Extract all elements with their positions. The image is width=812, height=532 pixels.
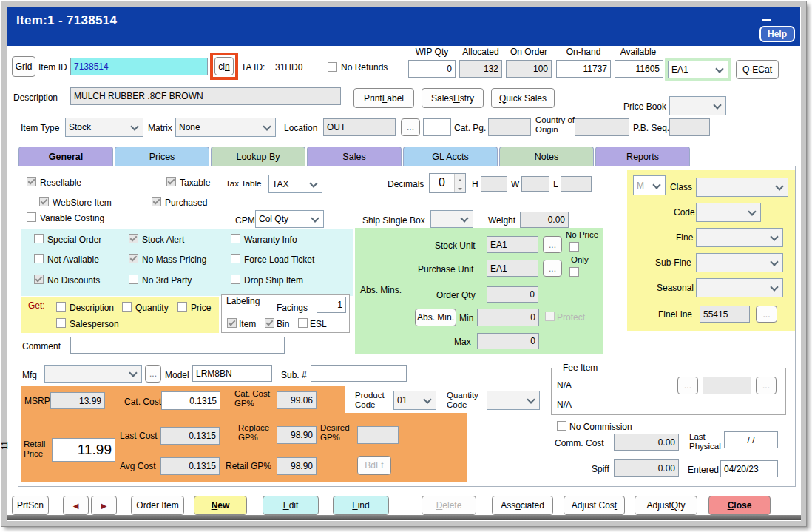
get-salesperson-checkbox[interactable]: [56, 318, 66, 328]
label-bin-checkbox[interactable]: [265, 318, 274, 328]
quick-sales-button[interactable]: Quick Sales: [491, 88, 555, 108]
label-item-checkbox[interactable]: [227, 318, 237, 328]
quantity-code-select[interactable]: [487, 391, 540, 410]
tab-reports[interactable]: Reports: [595, 147, 690, 166]
location-browse-button[interactable]: ...: [401, 118, 420, 136]
mfg-select[interactable]: [44, 365, 142, 383]
get-price-checkbox[interactable]: [177, 302, 187, 312]
cln-button[interactable]: cln: [214, 57, 234, 75]
sales-history-button[interactable]: Sales Hstry: [422, 88, 484, 108]
fineline-browse-button[interactable]: ...: [756, 306, 777, 323]
only-checkbox[interactable]: [569, 267, 579, 277]
item-id-input[interactable]: 7138514: [70, 58, 208, 75]
no-discounts-checkbox[interactable]: [34, 275, 44, 284]
tab-gl-accts[interactable]: GL Accts: [403, 147, 498, 166]
width-field[interactable]: [521, 176, 549, 192]
resellable-checkbox[interactable]: [27, 177, 36, 186]
model-field[interactable]: LRM8BN: [192, 365, 272, 382]
fineline-field[interactable]: 55415: [700, 306, 750, 323]
protect-checkbox[interactable]: [545, 312, 555, 321]
previous-item-button[interactable]: ◀: [63, 496, 89, 515]
mfg-browse-button[interactable]: ...: [145, 365, 161, 383]
matrix-select[interactable]: None: [175, 118, 276, 137]
webstore-item-checkbox[interactable]: [39, 197, 49, 206]
pb-seq-field[interactable]: [669, 118, 710, 136]
code-select[interactable]: [696, 203, 761, 222]
available-field[interactable]: 11605: [615, 60, 663, 78]
product-code-select[interactable]: 01: [393, 391, 436, 410]
sub-fine-select[interactable]: [696, 253, 783, 272]
tab-sales[interactable]: Sales: [307, 147, 402, 166]
print-label-button[interactable]: Print Label: [353, 88, 414, 108]
special-order-checkbox[interactable]: [34, 234, 44, 243]
measure-select[interactable]: M: [633, 175, 666, 195]
entered-field[interactable]: 04/20/23: [720, 460, 778, 477]
abs-min-button[interactable]: Abs. Min.: [415, 309, 456, 326]
height-field[interactable]: [481, 176, 507, 192]
stock-unit-browse-button[interactable]: ...: [543, 236, 562, 253]
wip-qty-field[interactable]: 0: [408, 60, 456, 78]
not-available-checkbox[interactable]: [34, 254, 44, 263]
facings-field[interactable]: 1: [317, 297, 346, 313]
get-description-checkbox[interactable]: [56, 302, 66, 312]
fee-item-browse-button-1[interactable]: ...: [677, 377, 698, 394]
adjust-qty-button[interactable]: Adjust Qty: [635, 496, 697, 515]
cpm-select[interactable]: Col Qty: [255, 210, 324, 228]
desired-gp-field[interactable]: [357, 426, 399, 444]
description-field[interactable]: MULCH RUBBER .8CF BROWN: [70, 87, 341, 105]
price-book-select[interactable]: [669, 96, 726, 115]
length-field[interactable]: [561, 176, 592, 192]
new-button[interactable]: New: [194, 496, 247, 515]
class-select[interactable]: [696, 178, 788, 197]
order-qty-field[interactable]: 0: [487, 286, 538, 303]
comm-cost-field[interactable]: 0.00: [614, 434, 679, 451]
minimize-button[interactable]: [762, 19, 771, 21]
taxable-checkbox[interactable]: [166, 177, 176, 186]
country-of-origin-field[interactable]: [575, 118, 629, 136]
fee-item-browse-button-2[interactable]: ...: [756, 377, 777, 394]
tab-prices[interactable]: Prices: [115, 147, 209, 166]
tax-table-select[interactable]: TAX: [268, 175, 322, 193]
decimals-spinner[interactable]: 0: [429, 173, 466, 193]
last-physical-field[interactable]: / /: [724, 431, 778, 448]
get-quantity-checkbox[interactable]: [122, 302, 132, 312]
sub-number-field[interactable]: [311, 365, 407, 382]
no-mass-pricing-checkbox[interactable]: [129, 254, 138, 263]
adjust-cost-button[interactable]: Adjust Cost: [564, 496, 625, 515]
cat-pg-field[interactable]: [488, 118, 531, 136]
bdft-button[interactable]: BdFt: [357, 456, 391, 475]
q-ecat-button[interactable]: Q-ECat: [736, 60, 779, 79]
delete-button[interactable]: Delete: [422, 496, 476, 515]
associated-button[interactable]: Associated: [492, 496, 553, 515]
cat-cost-field[interactable]: 0.1315: [161, 391, 220, 410]
purchase-unit-field[interactable]: EA1: [487, 260, 538, 277]
retail-price-field[interactable]: 11.99: [52, 438, 115, 462]
no-commission-checkbox[interactable]: [557, 421, 566, 431]
prtscn-button[interactable]: PrtScn: [12, 496, 49, 515]
comment-field[interactable]: [70, 337, 285, 354]
edit-button[interactable]: Edit: [263, 496, 319, 515]
warranty-info-checkbox[interactable]: [231, 234, 240, 243]
grid-button[interactable]: Grid: [12, 56, 35, 77]
purchased-checkbox[interactable]: [152, 197, 161, 206]
no-price-checkbox[interactable]: [569, 242, 579, 252]
max-field[interactable]: 0: [477, 333, 539, 349]
tab-lookup-by[interactable]: Lookup By: [211, 147, 305, 166]
variable-costing-checkbox[interactable]: [27, 212, 36, 222]
seasonal-select[interactable]: [696, 278, 783, 297]
purchase-unit-browse-button[interactable]: ...: [543, 260, 562, 277]
weight-field[interactable]: 0.00: [520, 212, 569, 228]
fine-select[interactable]: [696, 228, 783, 247]
help-button[interactable]: Help: [759, 26, 795, 42]
tab-notes[interactable]: Notes: [499, 147, 594, 166]
msrp-field[interactable]: 13.99: [50, 392, 105, 409]
stock-alert-checkbox[interactable]: [129, 234, 138, 243]
spiff-field[interactable]: 0.00: [614, 459, 679, 477]
tab-general[interactable]: General: [18, 147, 113, 166]
no-3rd-party-checkbox[interactable]: [129, 275, 138, 284]
stock-unit-field[interactable]: EA1: [487, 236, 538, 253]
location-field[interactable]: OUT: [323, 118, 396, 136]
find-button[interactable]: Find: [333, 496, 389, 515]
item-type-select[interactable]: Stock: [65, 118, 143, 137]
on-hand-field[interactable]: 11737: [556, 60, 611, 78]
